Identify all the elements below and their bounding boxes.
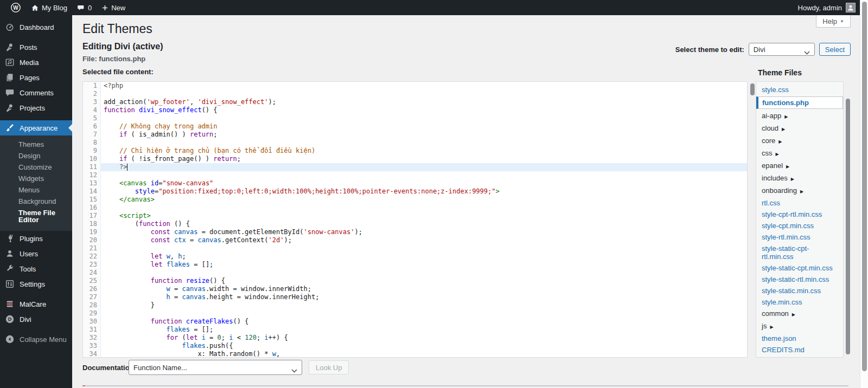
code-text: <canvas id="snow-canvas": [101, 179, 747, 187]
sidebar-item-divi[interactable]: DDivi: [0, 312, 72, 327]
theme-file-epanel[interactable]: epanel▶: [756, 160, 843, 172]
sidebar-item-appearance[interactable]: Appearance: [0, 120, 72, 135]
sidebar-item-plugins[interactable]: Plugins: [0, 231, 72, 246]
sidebar-item-users[interactable]: Users: [0, 246, 72, 261]
line-number: 2: [83, 90, 101, 98]
theme-file-common[interactable]: common▶: [756, 308, 843, 320]
theme-file-style-css[interactable]: style.css: [756, 84, 843, 95]
theme-file-js[interactable]: js▶: [756, 320, 843, 333]
sidebar-item-malcare[interactable]: MalCare: [0, 296, 72, 312]
code-line: 32 for (let i = 0; i < 120; i++) {: [83, 334, 747, 342]
sidebar-item-settings[interactable]: Settings: [0, 276, 72, 292]
theme-file-style-static-rtl-min-css[interactable]: style-static-rtl.min.css: [756, 274, 843, 285]
theme-file-style-cpt-rtl-min-css[interactable]: style-cpt-rtl.min.css: [756, 209, 843, 220]
code-text: [101, 171, 747, 179]
collapse-menu-button[interactable]: Collapse Menu: [0, 332, 72, 347]
code-line: 7 if ( is_admin() ) return;: [83, 131, 747, 139]
sidebar-item-label: Divi: [20, 315, 31, 324]
submenu-item-themes[interactable]: Themes: [0, 139, 72, 150]
theme-file-core[interactable]: core▶: [756, 135, 843, 147]
line-number: 28: [83, 301, 101, 309]
line-number: 6: [83, 122, 101, 131]
site-link[interactable]: My Blog: [26, 0, 72, 15]
theme-file-style-cpt-min-css[interactable]: style-cpt.min.css: [756, 220, 843, 231]
theme-files-scrollbar[interactable]: [845, 81, 851, 358]
theme-files-scrollbar-thumb[interactable]: [846, 99, 850, 354]
theme-file-style-rtl-min-css[interactable]: style-rtl.min.css: [756, 231, 843, 243]
pin-icon: [4, 42, 15, 52]
line-number: 31: [83, 326, 101, 334]
sidebar-item-label: Pages: [20, 74, 40, 82]
folder-expand-icon: ▶: [770, 325, 773, 329]
submenu-item-design[interactable]: Design: [0, 150, 72, 161]
folder-expand-icon: ▶: [784, 114, 788, 119]
sidebar-item-label: Projects: [20, 104, 45, 112]
sidebar-item-dashboard[interactable]: Dashboard: [0, 20, 72, 35]
folder-expand-icon: ▶: [792, 312, 795, 317]
howdy-text[interactable]: Howdy, admin: [798, 4, 842, 12]
sidebar-item-projects[interactable]: Projects: [0, 100, 72, 115]
line-number: 4: [83, 106, 101, 114]
pages-icon: [4, 73, 15, 82]
theme-file-rtl-css[interactable]: rtl.css: [756, 197, 843, 209]
code-line: 20 const ctx = canvas.getContext('2d');: [83, 236, 747, 244]
theme-file-credits-md[interactable]: CREDITS.md: [756, 344, 843, 355]
collapse-icon: [4, 334, 15, 344]
code-line: 2: [83, 90, 747, 98]
theme-file-style-static-min-css[interactable]: style-static.min.css: [756, 285, 843, 296]
code-text: flakes = [];: [101, 326, 747, 334]
submenu-item-customize[interactable]: Customize: [0, 161, 72, 173]
sidebar-item-comments[interactable]: Comments: [0, 85, 72, 100]
theme-select[interactable]: Divi: [749, 43, 815, 56]
editor-scrollbar[interactable]: [749, 81, 756, 358]
theme-file-functions-php[interactable]: functions.php: [756, 96, 843, 109]
code-line: 28 }: [83, 301, 747, 309]
theme-file-theme-json[interactable]: theme.json: [756, 333, 843, 344]
svg-text:D: D: [8, 316, 12, 322]
submenu-item-menus[interactable]: Menus: [0, 184, 72, 196]
wordpress-logo-menu[interactable]: W: [5, 0, 26, 15]
theme-file-style-static-cpt-min-css[interactable]: style-static-cpt.min.css: [756, 262, 843, 274]
code-line: 10 if ( !is_front_page() ) return;: [83, 155, 747, 163]
avatar[interactable]: [846, 3, 856, 12]
code-editor[interactable]: 1<?php23add_action('wp_footer', 'divi_sn…: [82, 81, 748, 358]
browser-scrollbar[interactable]: [860, 0, 868, 388]
theme-file-css[interactable]: css▶: [756, 147, 843, 160]
theme-file-onboarding[interactable]: onboarding▶: [756, 185, 843, 197]
line-number: 21: [83, 244, 101, 253]
lookup-button[interactable]: Look Up: [309, 360, 349, 374]
submenu-item-background[interactable]: Background: [0, 196, 72, 207]
line-number: 25: [83, 277, 101, 285]
theme-file-style-min-css[interactable]: style.min.css: [756, 296, 843, 308]
sidebar-item-tools[interactable]: Tools: [0, 261, 72, 276]
settings-icon: [4, 279, 15, 289]
sidebar-item-label: Plugins: [20, 235, 43, 243]
sidebar-item-posts[interactable]: Posts: [0, 40, 72, 55]
folder-expand-icon: ▶: [791, 177, 794, 182]
theme-file-includes[interactable]: includes▶: [756, 172, 843, 185]
sidebar-item-pages[interactable]: Pages: [0, 70, 72, 85]
chevron-down-icon: [291, 366, 297, 374]
code-line: 13 <canvas id="snow-canvas": [83, 179, 747, 187]
submenu-item-theme-file-editor[interactable]: Theme File Editor: [0, 207, 72, 225]
theme-file-cloud[interactable]: cloud▶: [756, 122, 843, 135]
line-number: 33: [83, 342, 101, 350]
browser-scrollbar-thumb[interactable]: [862, 2, 867, 371]
help-button[interactable]: Help ▼: [816, 15, 851, 28]
submenu-item-widgets[interactable]: Widgets: [0, 173, 72, 184]
wordpress-logo-icon: W: [10, 2, 21, 13]
sidebar-item-label: Media: [20, 59, 39, 67]
new-menu[interactable]: New: [97, 0, 130, 15]
theme-file-license-md[interactable]: LICENSE.md: [756, 355, 843, 358]
new-label: New: [111, 4, 125, 12]
comments-counter[interactable]: 0: [72, 0, 97, 15]
sidebar-item-media[interactable]: Media: [0, 55, 72, 70]
documentation-select[interactable]: Function Name...: [129, 360, 302, 375]
theme-file-ai-app[interactable]: ai-app▶: [756, 110, 843, 122]
select-theme-button[interactable]: Select: [819, 43, 851, 56]
editor-scrollbar-thumb[interactable]: [750, 83, 755, 95]
code-text: add_action('wp_footer', 'divi_snow_effec…: [101, 98, 747, 106]
theme-file-style-static-cpt-rtl-min-css[interactable]: style-static-cpt-rtl.min.css: [756, 243, 843, 262]
documentation-select-value: Function Name...: [133, 364, 187, 372]
line-number: 29: [83, 309, 101, 318]
